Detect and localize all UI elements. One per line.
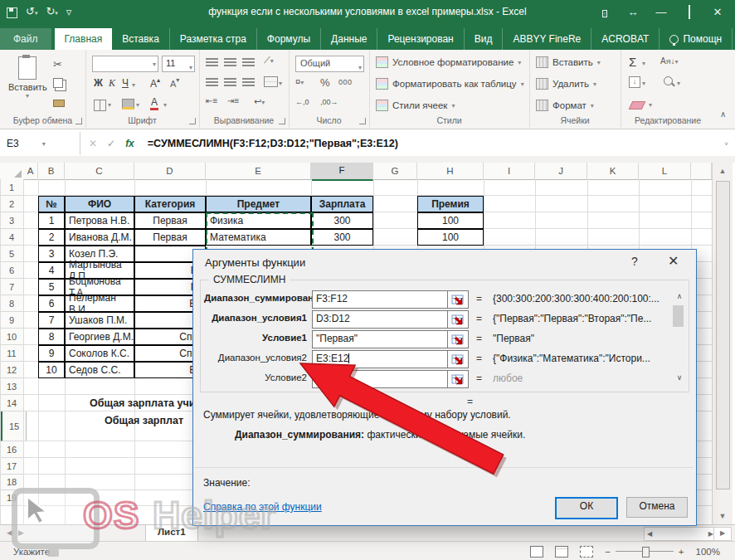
tab-assistant[interactable]: Помощн bbox=[660, 28, 733, 50]
undo-icon[interactable]: ↺▾ bbox=[26, 5, 37, 20]
hscroll-far-right-icon[interactable]: ▶ bbox=[713, 527, 732, 541]
cell-number[interactable]: 6 bbox=[38, 295, 65, 312]
clear-eraser-icon[interactable] bbox=[629, 101, 646, 110]
font-color-icon[interactable]: А bbox=[150, 96, 158, 110]
fill-dropdown-icon[interactable]: ▾ bbox=[642, 80, 645, 87]
row-header-13[interactable]: 13 bbox=[0, 378, 24, 395]
column-header-J[interactable]: J bbox=[535, 163, 587, 180]
dialog-help-icon[interactable]: ? bbox=[631, 255, 638, 268]
argument-input[interactable] bbox=[312, 370, 451, 388]
argument-input[interactable]: D3:D12 bbox=[312, 310, 451, 329]
decrease-decimal-icon[interactable]: ,00→ bbox=[320, 98, 338, 106]
ribbon-display-options-icon[interactable]: ↑ bbox=[592, 2, 617, 23]
page-layout-view-icon[interactable] bbox=[555, 546, 568, 558]
row-header-16[interactable]: 16 bbox=[0, 441, 24, 458]
cell-number[interactable]: 9 bbox=[38, 345, 65, 362]
column-header-E[interactable]: E bbox=[206, 163, 311, 180]
cell-fio[interactable]: Петрова Н.В. bbox=[65, 212, 134, 229]
tab-данные[interactable]: Данные bbox=[321, 28, 377, 50]
table-header-premiya[interactable]: Премия bbox=[417, 196, 484, 212]
increase-decimal-icon[interactable]: ←,0 bbox=[295, 98, 309, 106]
save-icon[interactable] bbox=[7, 7, 17, 18]
font-size-input[interactable]: 11▾ bbox=[162, 56, 195, 72]
argument-input[interactable]: E3:E12 bbox=[312, 350, 451, 368]
row-header-4[interactable]: 4 bbox=[0, 229, 24, 246]
range-selector-icon[interactable] bbox=[447, 330, 469, 348]
clipboard-dialog-launcher-icon[interactable] bbox=[75, 118, 82, 124]
number-format-select[interactable]: Общий▾ bbox=[295, 56, 364, 72]
format-cells-button[interactable]: Формат▾ bbox=[536, 100, 594, 111]
ok-button[interactable]: ОК bbox=[555, 497, 618, 519]
row-header-11[interactable]: 11 bbox=[0, 345, 24, 362]
argument-input[interactable]: "Первая" bbox=[312, 330, 451, 348]
cell-number[interactable]: 8 bbox=[38, 329, 65, 345]
row-header-12[interactable]: 12 bbox=[0, 362, 24, 378]
autosum-dropdown-icon[interactable]: ▾ bbox=[642, 60, 645, 67]
font-dialog-launcher-icon[interactable] bbox=[189, 118, 196, 124]
align-right-icon[interactable] bbox=[242, 78, 255, 88]
comma-style-icon[interactable]: 000 bbox=[338, 78, 353, 86]
argument-input[interactable]: F3:F12 bbox=[312, 290, 451, 309]
cell-fio[interactable]: Соколов К.С. bbox=[65, 345, 134, 362]
args-scroll-down-icon[interactable]: ∨ bbox=[674, 373, 685, 382]
row-header-9[interactable]: 9 bbox=[0, 312, 24, 329]
row-header-5[interactable]: 5 bbox=[0, 246, 24, 262]
row-header-1[interactable]: 1 bbox=[0, 179, 24, 196]
customize-qat-icon[interactable]: ▿ bbox=[66, 6, 72, 19]
column-header-B[interactable]: B bbox=[38, 163, 65, 180]
zoom-slider[interactable]: − + bbox=[605, 547, 684, 557]
cell-category[interactable]: Первая bbox=[134, 229, 206, 246]
sort-filter-icon[interactable]: АЯ↓▾ bbox=[660, 56, 678, 66]
tab-главная[interactable]: Главная bbox=[55, 28, 113, 50]
tab-вид[interactable]: Вид bbox=[465, 28, 504, 50]
range-selector-icon[interactable] bbox=[447, 290, 469, 309]
tab-acrobat[interactable]: ACROBAT bbox=[591, 28, 660, 50]
row-header-6[interactable]: 6 bbox=[0, 262, 24, 279]
cell-number[interactable]: 10 bbox=[38, 362, 65, 378]
find-select-icon[interactable] bbox=[664, 76, 673, 85]
wrap-text-icon[interactable]: ↩▾ bbox=[254, 96, 265, 107]
borders-icon[interactable] bbox=[94, 100, 106, 111]
row-header-3[interactable]: 3 bbox=[0, 212, 24, 229]
underline-button[interactable]: Ч bbox=[122, 77, 129, 89]
zoom-thumb[interactable] bbox=[642, 547, 650, 558]
close-icon[interactable]: ✕ bbox=[705, 2, 730, 23]
tab-abbyy-finere[interactable]: ABBYY FineRe bbox=[503, 28, 591, 50]
table-header-3[interactable]: Категория bbox=[134, 196, 206, 212]
cell-salary[interactable]: 300 bbox=[311, 212, 373, 229]
horizontal-scrollbar[interactable]: ◀ ▶ bbox=[644, 527, 717, 541]
column-header-A[interactable]: A bbox=[23, 163, 38, 180]
name-box[interactable]: E3▾ bbox=[0, 132, 80, 155]
find-dropdown-icon[interactable]: ▾ bbox=[677, 80, 680, 87]
vertical-scrollbar[interactable]: ▲ ▼ bbox=[712, 163, 733, 524]
decrease-indent-icon[interactable]: ⇤≡ bbox=[206, 96, 217, 105]
merge-dropdown-icon[interactable]: ▾ bbox=[279, 80, 282, 87]
insert-cells-button[interactable]: Вставить▾ bbox=[536, 56, 601, 68]
range-selector-icon[interactable] bbox=[447, 310, 469, 329]
cell-number[interactable]: 7 bbox=[38, 312, 65, 329]
tab-вставка[interactable]: Вставка bbox=[112, 28, 170, 50]
cell-fio[interactable]: Седов С.С. bbox=[65, 362, 134, 378]
dialog-close-icon[interactable]: ✕ bbox=[668, 253, 679, 269]
enter-formula-icon[interactable]: ✓ bbox=[107, 138, 115, 149]
cell-salary[interactable]: 300 bbox=[311, 229, 373, 246]
cell-fio[interactable]: Георгиев Д.М. bbox=[65, 329, 134, 345]
formula-input[interactable]: =СУММЕСЛИМН(F3:F12;D3:D12;"Первая";E3:E1… bbox=[143, 138, 725, 149]
column-header-L[interactable]: L bbox=[639, 163, 691, 180]
row-header-2[interactable]: 2 bbox=[0, 196, 24, 212]
format-as-table-button[interactable]: Форматировать как таблицу▾ bbox=[376, 78, 524, 90]
cell-premium[interactable]: 100 bbox=[417, 229, 484, 246]
cell-fio[interactable]: Иванова Д.М. bbox=[65, 229, 134, 246]
column-header-C[interactable]: C bbox=[65, 163, 134, 180]
fill-color-icon[interactable] bbox=[122, 99, 134, 110]
minimize-icon[interactable]: — bbox=[649, 2, 674, 23]
table-header-4[interactable]: Предмет bbox=[206, 196, 311, 212]
scroll-up-icon[interactable]: ▲ bbox=[713, 167, 733, 175]
maximize-icon[interactable] bbox=[677, 2, 702, 23]
cell-number[interactable]: 5 bbox=[38, 279, 65, 295]
font-name-input[interactable]: ▾ bbox=[92, 56, 158, 72]
bold-button[interactable]: Ж bbox=[94, 77, 103, 89]
format-painter-icon[interactable] bbox=[53, 100, 65, 107]
row-header-8[interactable]: 8 bbox=[0, 295, 24, 312]
table-header-2[interactable]: ФИО bbox=[65, 196, 134, 212]
